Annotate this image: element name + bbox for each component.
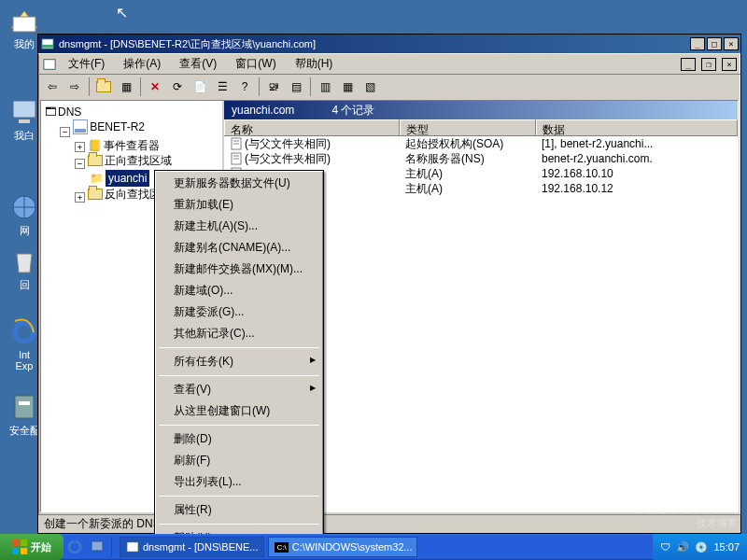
svg-rect-10 — [44, 59, 55, 69]
menu-action[interactable]: 操作(A) — [116, 54, 168, 74]
separator — [159, 496, 319, 497]
record-icon — [230, 137, 243, 150]
cm-properties[interactable]: 属性(R) — [157, 499, 321, 521]
list-header: yuanchi.com 4 个记录 — [224, 101, 738, 119]
tray-icon[interactable]: 💿 — [695, 541, 708, 553]
maximize-button[interactable]: □ — [707, 37, 722, 50]
tree-zone-yuanchi[interactable]: 📁 yuanchi — [90, 170, 149, 187]
child-close-button[interactable]: × — [722, 58, 737, 71]
tree-server[interactable]: BENET-R2 — [73, 119, 145, 134]
cm-new-host[interactable]: 新建主机(A)(S)... — [157, 216, 321, 237]
cm-new-window[interactable]: 从这里创建窗口(W) — [157, 400, 321, 422]
menu-view[interactable]: 查看(V) — [172, 54, 224, 74]
tray-icon[interactable]: 🔊 — [676, 541, 689, 553]
tool-1[interactable]: 🖳 — [263, 77, 284, 97]
app-icon — [40, 36, 55, 51]
cmd-icon: C:\ — [275, 542, 288, 553]
context-menu: 更新服务器数据文件(U) 重新加载(E) 新建主机(A)(S)... 新建别名(… — [154, 170, 324, 552]
svg-rect-3 — [19, 119, 30, 123]
cm-all-tasks[interactable]: 所有任务(K) — [157, 351, 321, 372]
folder-icon — [88, 189, 103, 200]
tool-4[interactable]: ▦ — [337, 77, 358, 97]
desktop-label: IntExp — [16, 349, 34, 371]
cm-delete[interactable]: 删除(D) — [157, 428, 321, 450]
cm-new-alias[interactable]: 新建别名(CNAME)(A)... — [157, 237, 321, 259]
record-count: 4 个记录 — [331, 103, 374, 119]
back-button[interactable]: ⇦ — [42, 77, 63, 97]
desktop-label: 我白 — [14, 130, 35, 141]
content-area: 🗔 DNS − BENET-R2 — [40, 100, 739, 512]
expander-icon[interactable]: − — [60, 127, 70, 137]
cm-reload[interactable]: 重新加载(E) — [157, 194, 321, 216]
zone-name: yuanchi.com — [232, 104, 294, 117]
cm-other-new[interactable]: 其他新记录(C)... — [157, 323, 321, 344]
cm-view[interactable]: 查看(V) — [157, 379, 321, 400]
svg-rect-1 — [13, 17, 35, 32]
window-title: dnsmgmt - [DNS\BENET-R2\正向查找区域\yuanchi.c… — [59, 37, 688, 51]
col-name[interactable]: 名称 — [224, 119, 400, 135]
menu-window[interactable]: 窗口(W) — [228, 54, 283, 74]
help-button[interactable]: ? — [234, 77, 255, 97]
task-dnsmgmt[interactable]: dnsmgmt - [DNS\BENE... — [120, 537, 264, 557]
export-button[interactable]: 📄 — [190, 77, 210, 97]
svg-rect-24 — [21, 539, 27, 546]
tool-2[interactable]: ▤ — [286, 77, 306, 97]
col-type[interactable]: 类型 — [400, 119, 536, 135]
svg-rect-2 — [13, 101, 35, 118]
tool-5[interactable]: ▧ — [359, 77, 380, 97]
menubar: 文件(F) 操作(A) 查看(V) 窗口(W) 帮助(H) _ ❐ × — [38, 53, 740, 74]
child-restore-button[interactable]: ❐ — [701, 58, 716, 71]
forward-button[interactable]: ⇨ — [64, 77, 85, 97]
svg-rect-7 — [19, 401, 30, 405]
start-button[interactable]: 开始 — [0, 534, 63, 560]
svg-rect-23 — [12, 539, 19, 546]
system-tray[interactable]: 🛡 🔊 💿 15:07 — [653, 534, 747, 560]
tree-forward-zone[interactable]: 正向查找区域 — [88, 153, 172, 168]
mouse-cursor: ↖ — [116, 4, 128, 21]
menu-help[interactable]: 帮助(H) — [288, 54, 341, 74]
cm-export[interactable]: 导出列表(L)... — [157, 471, 321, 493]
record-icon — [230, 152, 243, 165]
tree-eventviewer[interactable]: 📒 事件查看器 — [88, 138, 160, 153]
tree-root-dns[interactable]: 🗔 DNS — [45, 105, 81, 119]
quicklaunch-desktop[interactable] — [86, 537, 108, 557]
svg-rect-6 — [15, 396, 34, 418]
cm-new-delegation[interactable]: 新建委派(G)... — [157, 301, 321, 323]
properties-button[interactable]: ☰ — [212, 77, 233, 97]
separator — [159, 375, 319, 376]
quicklaunch-ie[interactable] — [63, 537, 86, 557]
separator — [159, 425, 319, 426]
cm-new-mx[interactable]: 新建邮件交换器(MX)(M)... — [157, 259, 321, 280]
task-cmd[interactable]: C:\ C:\WINDOWS\system32... — [268, 537, 417, 557]
close-button[interactable]: × — [724, 37, 739, 50]
expander-icon[interactable]: + — [75, 192, 85, 203]
clock[interactable]: 15:07 — [713, 541, 740, 553]
record-row[interactable]: (与父文件夹相同)名称服务器(NS)benet-r2.yuanchi.com. — [224, 151, 738, 166]
show-hide-tree-button[interactable]: ▦ — [116, 77, 136, 97]
desktop-label: 网 — [20, 225, 30, 236]
col-data[interactable]: 数据 — [536, 119, 738, 135]
tray-icon[interactable]: 🛡 — [660, 541, 670, 553]
delete-button[interactable]: ✕ — [145, 77, 165, 97]
cm-new-domain[interactable]: 新建域(O)... — [157, 280, 321, 301]
cm-update-file[interactable]: 更新服务器数据文件(U) — [157, 173, 321, 194]
svg-rect-25 — [12, 548, 19, 554]
task-label: C:\WINDOWS\system32... — [292, 541, 413, 553]
child-minimize-button[interactable]: _ — [681, 58, 696, 71]
cm-refresh[interactable]: 刷新(F) — [157, 450, 321, 471]
expander-icon[interactable]: + — [75, 142, 85, 152]
desktop-label: 安全配 — [9, 425, 40, 436]
list-columns: 名称 类型 数据 — [224, 119, 738, 136]
dns-icon: 🗔 — [45, 105, 56, 119]
menu-file[interactable]: 文件(F) — [61, 54, 112, 74]
desktop-label: 我的 — [14, 38, 35, 49]
tool-3[interactable]: ▥ — [315, 77, 335, 97]
record-row[interactable]: (与父文件夹相同)起始授权机构(SOA)[1], benet-r2.yuanch… — [224, 136, 738, 151]
zone-icon: 📁 — [90, 171, 104, 186]
console-icon — [42, 57, 57, 72]
minimize-button[interactable]: _ — [690, 37, 705, 50]
up-button[interactable] — [93, 77, 114, 97]
refresh-button[interactable]: ⟳ — [167, 77, 188, 97]
expander-icon[interactable]: − — [75, 159, 85, 169]
titlebar[interactable]: dnsmgmt - [DNS\BENET-R2\正向查找区域\yuanchi.c… — [38, 35, 740, 53]
